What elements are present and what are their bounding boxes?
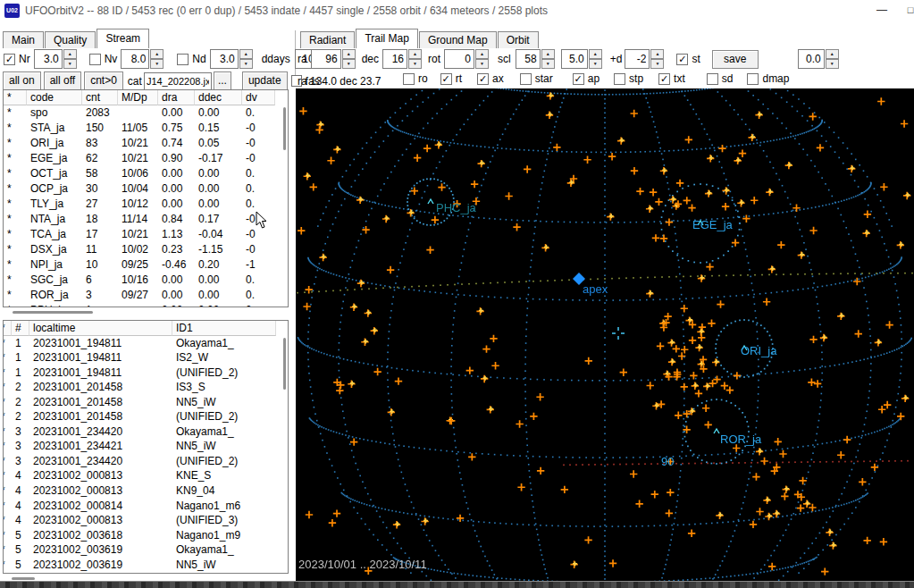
view-txt-checkbox[interactable]: ✓txt [658,72,685,85]
nr-input[interactable] [34,49,63,69]
right-tab-orbit[interactable]: Orbit [498,31,539,48]
view-rt-checkbox-box[interactable]: ✓ [440,73,452,85]
view-sd-checkbox-box[interactable] [707,73,718,85]
right-tab-ground-map[interactable]: Ground Map [419,31,497,48]
view-star-checkbox-box[interactable] [520,73,532,85]
stream-row[interactable]: *DSX_ja1110/020.23-1.15-0 [4,242,289,257]
event-row[interactable]: *220231001_201458NN5_iW [4,395,289,410]
event-row[interactable]: *320231001_234420Okayama1_ [4,424,289,440]
maximize-button[interactable]: □ [895,0,914,21]
stream-row[interactable]: *spo20830.000.000. [4,105,289,121]
view-ap-checkbox-box[interactable]: ✓ [573,73,584,85]
stream-row[interactable]: *TCA_ja1710/211.13-0.04-0 [4,227,289,242]
view-dmap-checkbox[interactable]: dmap [747,72,789,85]
event-col-#[interactable]: # [12,321,29,336]
stream-row[interactable]: *STA_ja15011/050.750.15-0 [4,121,289,136]
rot-input[interactable] [444,49,474,69]
stream-hscrollbar[interactable] [13,311,93,314]
event-col-localtime[interactable]: localtime [29,321,172,336]
left-tab-main[interactable]: Main [3,31,44,48]
extra-input[interactable] [798,49,825,69]
nd-checkbox[interactable]: Nd [177,53,205,65]
stream-col-code[interactable]: code [27,90,82,105]
st-checkbox-box[interactable]: ✓ [676,54,688,65]
nr-spin-buttons[interactable]: ▲▼ [63,49,77,69]
event-row[interactable]: *420231002_000813KNE_S [4,468,289,483]
nv-checkbox-box[interactable] [89,54,101,65]
view-dmap-checkbox-box[interactable] [747,73,759,85]
left-tab-stream[interactable]: Stream [96,29,149,48]
event-row[interactable]: *420231002_000813(UNIFIED_3) [4,513,289,528]
ra-spin-buttons[interactable]: ▲▼ [342,49,356,69]
view-ap-checkbox[interactable]: ✓ap [573,72,600,85]
stream-row[interactable]: *EGE_ja6210/210.90-0.17-0 [4,151,289,166]
scl2-input[interactable] [561,49,588,69]
scl-spin-buttons[interactable]: ▲▼ [541,49,555,69]
event-row[interactable]: *120231001_194811IS2_W [4,350,289,365]
event-vscrollbar[interactable] [283,338,286,390]
trail-map[interactable]: 2023/10/01 .. 2023/10/11 PHC_jaEGE_jaape… [296,88,914,581]
extra-spin-buttons[interactable]: ▲▼ [826,49,839,69]
stream-col-dra[interactable]: dra [158,90,195,105]
nv-spin-buttons[interactable]: ▲▼ [150,49,164,69]
stream-row[interactable]: *TLY_ja2710/120.000.000. [4,197,289,212]
scl2-spin-buttons[interactable]: ▲▼ [589,49,602,69]
stream-col-M/Dp[interactable]: M/Dp [118,90,158,105]
nv-checkbox[interactable]: Nv [89,53,118,65]
cnt-gt0-button[interactable]: cnt>0 [84,71,123,90]
minimize-button[interactable]: — [867,0,897,21]
plusd-input[interactable] [625,49,650,69]
update-button[interactable]: update [242,71,288,90]
scl-input[interactable] [516,49,541,69]
view-ax-checkbox-box[interactable]: ✓ [477,73,489,85]
stream-row[interactable]: *PPU_ja10.000.000. [4,303,289,307]
stream-row[interactable]: *NPI_ja1009/25-0.460.20-1 [4,257,289,273]
nd-checkbox-box[interactable] [177,54,189,65]
event-row[interactable]: *520231002_003618Nagano1_m9 [4,528,289,543]
view-ax-checkbox[interactable]: ✓ax [477,72,504,85]
event-row[interactable]: *320231001_234420(UNIFIED_2) [4,454,289,469]
event-row[interactable]: *420231002_000813KN9_04 [4,483,289,499]
event-row[interactable]: *120231001_194811Okayama1_ [4,336,289,351]
event-hscrollbar[interactable] [12,577,35,580]
event-row[interactable]: *320231001_234421NN5_iW [4,439,289,454]
left-tab-quality[interactable]: Quality [45,31,96,48]
view-stp-checkbox[interactable]: stp [614,72,643,85]
stream-col-dv[interactable]: dv [242,90,275,105]
nr-checkbox[interactable]: ✓ Nr [4,53,30,65]
rot-spin-buttons[interactable]: ▲▼ [475,49,489,69]
view-ro-checkbox[interactable]: ro [403,72,428,85]
stream-row[interactable]: *ROR_ja309/270.000.000. [4,288,289,303]
save-button[interactable]: save [712,50,759,69]
view-rt-checkbox[interactable]: ✓rt [440,72,462,85]
plusd-spin-buttons[interactable]: ▲▼ [650,49,664,69]
event-row[interactable]: *120231001_194811(UNIFIED_2) [4,365,289,381]
stream-row[interactable]: *NTA_ja1811/140.840.17-0 [4,212,289,227]
all-off-button[interactable]: all off [44,71,81,90]
event-col-ID1[interactable]: ID1 [172,321,276,336]
stream-row[interactable]: *OCT_ja5810/060.000.000. [4,166,289,181]
right-tab-trail-map[interactable]: Trail Map [356,29,418,48]
browse-button[interactable]: ... [214,71,231,90]
dec-spin-buttons[interactable]: ▲▼ [408,49,422,69]
event-row[interactable]: *220231001_201458(UNIFIED_2) [4,409,289,424]
view-sd-checkbox[interactable]: sd [707,72,734,85]
view-star-checkbox[interactable]: star [520,72,553,85]
view-stp-checkbox-box[interactable] [614,73,625,85]
right-tab-radiant[interactable]: Radiant [300,31,355,48]
stream-col-*[interactable]: * [4,90,27,105]
dec-input[interactable] [382,49,407,69]
view-ro-checkbox-box[interactable] [403,73,415,85]
nr-checkbox-box[interactable]: ✓ [4,54,15,65]
stream-row[interactable]: *ORI_ja8310/210.740.05-0 [4,136,289,151]
nd-input[interactable] [210,49,239,69]
nd-spin-buttons[interactable]: ▲▼ [239,49,253,69]
st-checkbox[interactable]: ✓ st [676,53,700,65]
event-row[interactable]: *220231001_201458IS3_S [4,380,289,395]
stream-col-cnt[interactable]: cnt [82,90,118,105]
all-on-button[interactable]: all on [3,71,41,90]
view-txt-checkbox-box[interactable]: ✓ [658,73,670,85]
stream-col-ddec[interactable]: ddec [195,90,242,105]
event-col-*[interactable]: * [4,321,12,336]
cat-input[interactable] [144,72,212,90]
